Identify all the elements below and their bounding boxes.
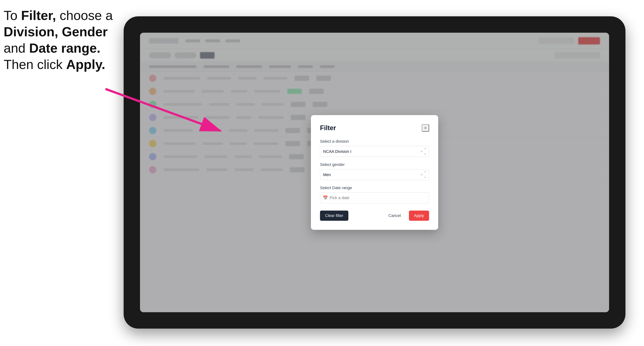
gender-form-group: Select gender Men × ⌃⌄ bbox=[320, 162, 429, 180]
gender-select[interactable]: Men bbox=[320, 169, 429, 180]
division-clear-icon[interactable]: × bbox=[420, 149, 423, 154]
gender-arrow-icon: ⌃⌄ bbox=[424, 171, 426, 179]
modal-overlay: Filter × Select a division NCAA Division… bbox=[140, 33, 609, 312]
modal-title: Filter bbox=[320, 124, 336, 132]
gender-label: Select gender bbox=[320, 162, 429, 167]
division-label: Select a division bbox=[320, 139, 429, 144]
date-label: Select Date range bbox=[320, 185, 429, 190]
filter-modal: Filter × Select a division NCAA Division… bbox=[311, 115, 438, 230]
modal-close-button[interactable]: × bbox=[422, 124, 429, 132]
gender-select-icons: × ⌃⌄ bbox=[420, 171, 426, 179]
apply-button[interactable]: Apply bbox=[409, 211, 429, 221]
clear-filter-button[interactable]: Clear filter bbox=[320, 211, 348, 221]
calendar-icon: 📅 bbox=[323, 195, 328, 200]
division-select-icons: × ⌃⌄ bbox=[420, 147, 426, 155]
division-form-group: Select a division NCAA Division I × ⌃⌄ bbox=[320, 139, 429, 157]
gender-clear-icon[interactable]: × bbox=[420, 173, 423, 177]
date-input-wrapper[interactable]: 📅 bbox=[320, 192, 429, 203]
gender-select-wrapper[interactable]: Men × ⌃⌄ bbox=[320, 169, 429, 180]
modal-footer: Clear filter Cancel Apply bbox=[320, 211, 429, 221]
instruction-line1: To Filter, choose a bbox=[4, 8, 113, 23]
division-select-wrapper[interactable]: NCAA Division I × ⌃⌄ bbox=[320, 146, 429, 157]
instruction-text: To Filter, choose a Division, Gender and… bbox=[4, 7, 113, 73]
instruction-line3: and Date range. bbox=[4, 41, 100, 55]
division-select[interactable]: NCAA Division I bbox=[320, 146, 429, 157]
cancel-button[interactable]: Cancel bbox=[383, 211, 406, 221]
instruction-line4: Then click Apply. bbox=[4, 57, 105, 72]
division-arrow-icon: ⌃⌄ bbox=[424, 147, 426, 155]
modal-header: Filter × bbox=[320, 124, 429, 132]
date-form-group: Select Date range 📅 bbox=[320, 185, 429, 203]
date-input[interactable] bbox=[320, 192, 429, 203]
modal-footer-right: Cancel Apply bbox=[383, 211, 429, 221]
tablet-device: Filter × Select a division NCAA Division… bbox=[124, 16, 626, 329]
instruction-line2: Division, Gender bbox=[4, 24, 108, 39]
tablet-screen: Filter × Select a division NCAA Division… bbox=[140, 33, 609, 312]
